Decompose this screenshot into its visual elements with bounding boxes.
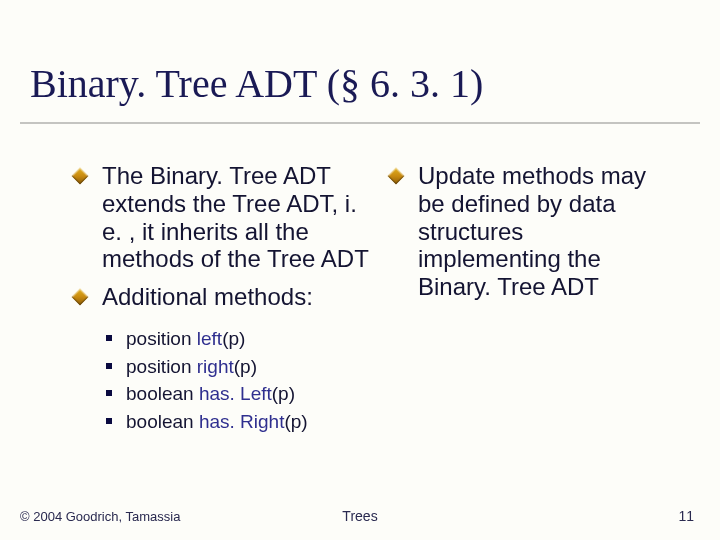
bullet-additional: Additional methods: [74,283,376,311]
method-return: boolean [126,383,199,404]
diamond-icon [72,168,89,185]
method-item: boolean has. Right(p) [106,408,376,436]
method-return: position [126,356,197,377]
bullet-text: The Binary. Tree ADT extends the Tree AD… [102,162,369,272]
bullet-text: Additional methods: [102,283,313,310]
method-name: has. Right [199,411,285,432]
method-name: has. Left [199,383,272,404]
bullet-text: Update methods may be defined by data st… [418,162,646,300]
method-arg: (p) [272,383,295,404]
bullet-extends: The Binary. Tree ADT extends the Tree AD… [74,162,376,273]
content-columns: The Binary. Tree ADT extends the Tree AD… [74,162,690,435]
right-column: Update methods may be defined by data st… [390,162,670,435]
method-arg: (p) [234,356,257,377]
method-return: boolean [126,411,199,432]
method-item: position left(p) [106,325,376,353]
method-item: boolean has. Left(p) [106,380,376,408]
square-icon [106,363,112,369]
left-column: The Binary. Tree ADT extends the Tree AD… [74,162,376,435]
method-return: position [126,328,197,349]
footer-topic: Trees [0,508,720,524]
method-name: left [197,328,222,349]
slide: Binary. Tree ADT (§ 6. 3. 1) The Binary.… [0,0,720,540]
diamond-icon [72,289,89,306]
footer-page-number: 11 [678,508,694,524]
method-name: right [197,356,234,377]
square-icon [106,418,112,424]
square-icon [106,390,112,396]
bullet-update: Update methods may be defined by data st… [390,162,670,301]
method-arg: (p) [284,411,307,432]
square-icon [106,335,112,341]
diamond-icon [388,168,405,185]
method-list: position left(p) position right(p) boole… [106,325,376,435]
method-arg: (p) [222,328,245,349]
method-item: position right(p) [106,353,376,381]
slide-title: Binary. Tree ADT (§ 6. 3. 1) [30,60,483,107]
title-underline [20,122,700,124]
